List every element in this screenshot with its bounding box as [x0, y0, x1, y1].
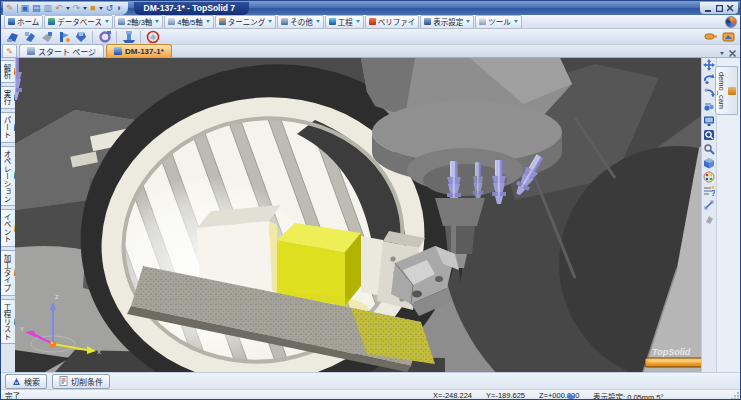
tab-process[interactable]: 工程 [325, 15, 364, 29]
edit-icon[interactable]: ✎ [6, 3, 14, 13]
tab-tools[interactable]: ツール [475, 15, 522, 29]
ghost-part-icon[interactable] [703, 213, 716, 225]
verify-stock-icon[interactable] [145, 30, 160, 44]
camera-view-icon[interactable] [703, 101, 716, 113]
pan-icon[interactable] [703, 59, 716, 71]
redo-menu-icon[interactable] [83, 7, 87, 10]
print-icon[interactable]: ▥ [44, 3, 53, 13]
status-bar: 完了 X=-248.224 Y=-189.625 Z=+000.000 表示設定… [1, 389, 740, 400]
search-button[interactable]: 検索 [5, 374, 47, 389]
chevron-down-icon [514, 20, 518, 23]
tab-label: その他 [290, 16, 313, 27]
process-icon [329, 18, 336, 25]
viewport-footer: 検索 切削条件 [1, 372, 740, 389]
key-icon[interactable] [703, 30, 718, 44]
tab-label: 4軸/5軸 [177, 16, 202, 27]
tab-label: ターニング [228, 16, 266, 27]
tab-verify[interactable]: ベリファイ [365, 15, 420, 29]
tab-display-settings[interactable]: 表示設定 [420, 15, 474, 29]
tab-start-page[interactable]: スタート ページ [19, 44, 104, 57]
refresh-icon[interactable]: ↺ [106, 3, 114, 13]
chevron-down-icon [466, 20, 470, 23]
save-all-icon[interactable]: ▤ [32, 3, 41, 13]
panel-tab-label: 加工タイプ [1, 254, 12, 292]
quick-access-toolbar: ✎ ▣ ▤ ▥ ↶ ↷ ■ ↺ ◗ [3, 2, 128, 15]
palette-icon[interactable] [703, 171, 716, 183]
panel-tab-label: オペレーション [1, 150, 12, 203]
save-icon[interactable]: ▣ [21, 3, 30, 13]
tab-label: データベース [57, 16, 102, 27]
tab-label: 2軸/3軸 [127, 16, 152, 27]
dock-tab-demo-cam[interactable]: demo_cam [715, 66, 738, 115]
svg-text:?: ? [711, 188, 716, 197]
undo-menu-icon[interactable] [66, 7, 70, 10]
tab-label: スタート ページ [38, 46, 96, 57]
import-menu-icon[interactable] [99, 7, 103, 10]
chevron-down-icon [268, 20, 272, 23]
separator [92, 31, 93, 43]
main-area: 解析 実行 パート オペレーション イベント 加工タイプ 工程リスト [1, 58, 740, 372]
fixture-icon[interactable] [39, 30, 54, 44]
zoom-window-icon[interactable] [703, 129, 716, 141]
redo-icon[interactable]: ↷ [73, 3, 81, 13]
tab-label: 工程 [338, 16, 353, 27]
window-title: DM-137-1* - TopSolid 7 [134, 2, 249, 15]
verify-icon [369, 18, 376, 25]
left-panel-strip: 解析 実行 パート オペレーション イベント 加工タイプ 工程リスト [1, 58, 15, 372]
viewport-3d[interactable]: Z X Y TopSolid [15, 58, 701, 372]
axis-x-label: X [97, 349, 101, 355]
faq-list-icon[interactable]: ? [703, 185, 716, 197]
close-button[interactable] [726, 5, 734, 12]
tab-label: ベリファイ [378, 16, 416, 27]
chevron-down-icon [105, 20, 109, 23]
maximize-button[interactable] [715, 5, 723, 12]
view-rotate-icon[interactable] [703, 87, 716, 99]
help-icon[interactable] [725, 16, 737, 28]
operation-icon[interactable] [97, 30, 112, 44]
coord-y: Y=-189.625 [486, 391, 525, 400]
watermark-text: TopSolid [652, 347, 691, 357]
cutting-conditions-icon [59, 376, 68, 386]
coord-x: X=-248.224 [433, 391, 472, 400]
cutting-conditions-button[interactable]: 切削条件 [52, 374, 110, 389]
sketch-edit-icon[interactable]: ✎ [2, 44, 17, 57]
origin-icon[interactable] [56, 30, 71, 44]
tool-setup-icon[interactable] [73, 30, 88, 44]
separator [140, 31, 141, 43]
measure-icon[interactable] [703, 199, 716, 211]
tab-turning[interactable]: ターニング [215, 15, 277, 29]
dock-menu-icon[interactable] [720, 52, 724, 55]
cam-package-icon[interactable] [721, 30, 736, 44]
zoom-icon[interactable] [703, 143, 716, 155]
stock-definition-icon[interactable] [5, 30, 20, 44]
simulation-icon[interactable] [121, 30, 136, 44]
import-icon[interactable]: ■ [90, 3, 95, 13]
tab-4axis-5axis[interactable]: 4軸/5軸 [164, 15, 213, 29]
dock-close-icon[interactable] [729, 50, 736, 57]
separator [17, 4, 18, 13]
dock-controls [719, 50, 740, 57]
isometric-cube-icon[interactable] [703, 157, 716, 169]
panel-tab-label: 工程リスト [1, 303, 12, 341]
chevron-down-icon [316, 20, 320, 23]
undo-icon[interactable]: ↶ [55, 3, 63, 13]
window-controls [700, 2, 738, 14]
axis23-icon [118, 18, 125, 25]
chevron-down-icon [155, 20, 159, 23]
part-definition-icon[interactable] [22, 30, 37, 44]
orbit-icon[interactable] [703, 73, 716, 85]
tab-2axis-3axis[interactable]: 2軸/3軸 [114, 15, 163, 29]
minimize-button[interactable] [704, 5, 712, 12]
tab-home[interactable]: ホーム [4, 15, 43, 29]
tab-label: ホーム [17, 16, 39, 27]
tab-active-document[interactable]: DM-137-1* [106, 44, 172, 57]
status-ready: 完了 [5, 390, 20, 400]
chevron-down-icon [206, 20, 210, 23]
cam-file-icon [728, 87, 736, 95]
display-settings-icon [424, 18, 431, 25]
session-icon[interactable]: ◗ [116, 3, 121, 13]
tab-others[interactable]: その他 [277, 15, 324, 29]
display-mode-icon[interactable] [703, 115, 716, 127]
tab-database[interactable]: データベース [44, 15, 113, 29]
resize-grip[interactable] [731, 392, 739, 400]
